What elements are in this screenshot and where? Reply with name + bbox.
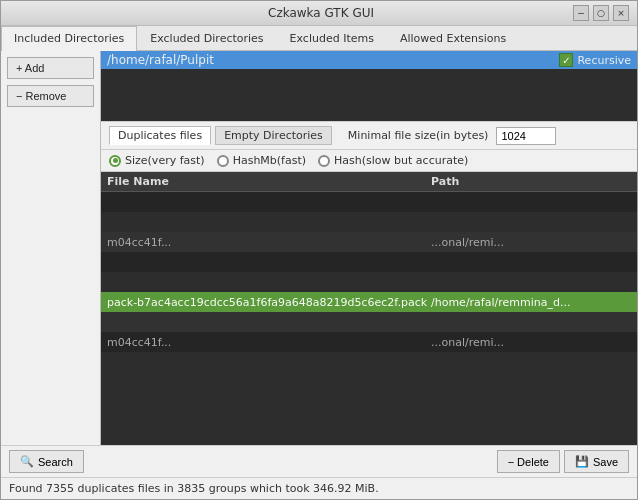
table-row-selected[interactable]: pack-b7ac4acc19cdcc56a1f6fa9a648a8219d5c…	[101, 292, 637, 312]
search-label: Search	[38, 456, 73, 468]
hash-mb-fast-radio[interactable]	[217, 155, 229, 167]
window-controls: − ○ ×	[573, 5, 629, 21]
tab-excluded-directories[interactable]: Excluded Directories	[137, 26, 276, 50]
filename-column-header: File Name	[107, 175, 431, 188]
hash-options: Size(very fast) HashMb(fast) Hash(slow b…	[101, 150, 637, 172]
tab-empty-directories[interactable]: Empty Directories	[215, 126, 332, 145]
directory-list: /home/rafal/Pulpit ✓ Recursive	[101, 51, 637, 121]
size-fast-label: Size(very fast)	[125, 154, 205, 167]
tab-allowed-extensions[interactable]: Allowed Extensions	[387, 26, 519, 50]
table-row[interactable]	[101, 312, 637, 332]
selected-path: /home/rafal/remmina_d...	[431, 296, 631, 309]
right-buttons: − Delete 💾 Save	[497, 450, 629, 473]
status-text: Found 7355 duplicates files in 3835 grou…	[9, 482, 379, 495]
hash-mb-fast-option[interactable]: HashMb(fast)	[217, 154, 306, 167]
save-label: Save	[593, 456, 618, 468]
delete-button[interactable]: − Delete	[497, 450, 560, 473]
status-bar: Found 7355 duplicates files in 3835 grou…	[1, 477, 637, 499]
hash-slow-radio[interactable]	[318, 155, 330, 167]
bottom-bar: 🔍 Search − Delete 💾 Save	[1, 445, 637, 477]
secondary-tabs: Duplicates files Empty Directories	[109, 126, 332, 145]
main-window: Czkawka GTK GUI − ○ × Included Directori…	[0, 0, 638, 500]
file-table: File Name Path m04cc41f... ...onal/remi.…	[101, 172, 637, 445]
directory-path: /home/rafal/Pulpit	[107, 53, 559, 67]
table-row[interactable]: m04cc41f... ...onal/remi...	[101, 332, 637, 352]
save-icon: 💾	[575, 455, 589, 468]
size-fast-radio[interactable]	[109, 155, 121, 167]
recursive-label: Recursive	[577, 54, 631, 67]
table-row[interactable]	[101, 352, 637, 372]
close-button[interactable]: ×	[613, 5, 629, 21]
add-button[interactable]: + Add	[7, 57, 94, 79]
hash-mb-fast-label: HashMb(fast)	[233, 154, 306, 167]
path-column-header: Path	[431, 175, 631, 188]
table-body: m04cc41f... ...onal/remi... pack-b7ac4ac…	[101, 192, 637, 445]
min-file-size-input[interactable]	[496, 127, 556, 145]
tab-included-directories[interactable]: Included Directories	[1, 26, 137, 51]
table-row[interactable]: m04cc41f... ...onal/remi...	[101, 232, 637, 252]
search-button[interactable]: 🔍 Search	[9, 450, 84, 473]
tabs-bar: Included Directories Excluded Directorie…	[1, 26, 637, 51]
search-icon: 🔍	[20, 455, 34, 468]
minimize-button[interactable]: −	[573, 5, 589, 21]
table-header: File Name Path	[101, 172, 637, 192]
selected-filename: pack-b7ac4acc19cdcc56a1f6fa9a648a8219d5c…	[107, 296, 431, 309]
recursive-option[interactable]: ✓ Recursive	[559, 53, 631, 67]
remove-button[interactable]: − Remove	[7, 85, 94, 107]
size-fast-option[interactable]: Size(very fast)	[109, 154, 205, 167]
window-title: Czkawka GTK GUI	[69, 6, 573, 20]
table-row[interactable]	[101, 212, 637, 232]
directory-item[interactable]: /home/rafal/Pulpit ✓ Recursive	[101, 51, 637, 69]
restore-button[interactable]: ○	[593, 5, 609, 21]
left-panel: + Add − Remove	[1, 51, 101, 445]
options-bar: Duplicates files Empty Directories Minim…	[101, 121, 637, 150]
table-row[interactable]	[101, 272, 637, 292]
recursive-checkbox[interactable]: ✓	[559, 53, 573, 67]
save-button[interactable]: 💾 Save	[564, 450, 629, 473]
hash-slow-label: Hash(slow but accurate)	[334, 154, 468, 167]
table-row[interactable]	[101, 252, 637, 272]
main-content: + Add − Remove /home/rafal/Pulpit ✓ Recu…	[1, 51, 637, 445]
tab-excluded-items[interactable]: Excluded Items	[277, 26, 387, 50]
hash-slow-option[interactable]: Hash(slow but accurate)	[318, 154, 468, 167]
delete-label: − Delete	[508, 456, 549, 468]
right-panel: /home/rafal/Pulpit ✓ Recursive Duplicate…	[101, 51, 637, 445]
titlebar: Czkawka GTK GUI − ○ ×	[1, 1, 637, 26]
table-row[interactable]	[101, 192, 637, 212]
min-file-size-label: Minimal file size(in bytes)	[348, 129, 489, 142]
tab-duplicates-files[interactable]: Duplicates files	[109, 126, 211, 145]
